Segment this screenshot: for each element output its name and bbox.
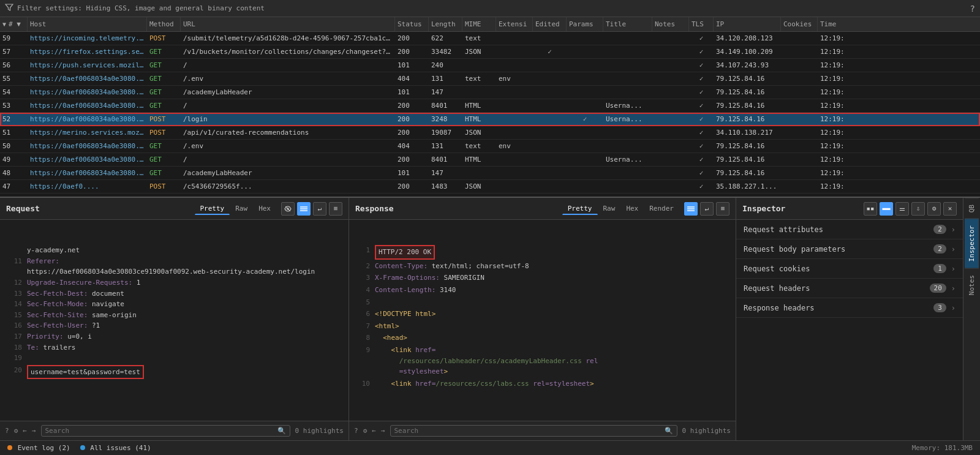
col-header-mime[interactable]: MIME [462, 17, 496, 31]
response-search-input[interactable] [394, 427, 662, 435]
inspector-item[interactable]: Request attributes 2 › [736, 220, 963, 239]
help-icon[interactable]: ? [970, 4, 975, 13]
inspector-down-icon[interactable]: ⇩ [911, 202, 925, 216]
inspector-item[interactable]: Response headers 3 › [736, 298, 963, 318]
response-format-icon[interactable] [684, 202, 698, 216]
inspector-item-label: Request cookies [744, 265, 810, 273]
inspector-item-right: 20 › [930, 284, 956, 293]
table-row[interactable]: 49 https://0aef0068034a0e3080... GET / 2… [0, 153, 980, 167]
inspector-header: Inspector ▪▪ ▬▬ ⚌ ⇩ ⚙ ✕ [736, 198, 963, 220]
col-header-length[interactable]: Length [429, 17, 462, 31]
tab-request-hex[interactable]: Hex [253, 203, 276, 214]
table-row[interactable]: 57 https://firefox.settings.servic... GE… [0, 45, 980, 59]
cell-tls: ✓ [689, 142, 714, 150]
response-search-icon: 🔍 [665, 427, 673, 435]
col-header-tls[interactable]: TLS [689, 17, 714, 31]
request-line: https://0aef0068034a0e30803ce91900af0092… [6, 266, 342, 277]
event-log[interactable]: Event log (2) [7, 444, 70, 452]
side-tab-notes[interactable]: Notes [965, 268, 979, 301]
inspector-item-right: 3 › [933, 303, 956, 312]
table-row[interactable]: 48 https://0aef0068034a0e3080... GET /ac… [0, 167, 980, 180]
tab-response-raw[interactable]: Raw [598, 203, 621, 214]
cell-method: GET [147, 169, 181, 177]
response-forward-icon[interactable]: → [381, 427, 385, 435]
response-wrap-icon[interactable]: ↵ [700, 202, 714, 216]
request-help-icon[interactable]: ? [5, 427, 9, 435]
col-header-ip[interactable]: IP [714, 17, 781, 31]
cell-method: POST [147, 115, 181, 123]
response-search-box: 🔍 [390, 425, 677, 437]
cell-length: 147 [429, 88, 462, 96]
side-tab-inspector[interactable]: Inspector [965, 219, 979, 268]
table-row[interactable]: 50 https://0aef0068034a0e3080... GET /.e… [0, 140, 980, 153]
col-header-edited[interactable]: Edited [533, 17, 567, 31]
request-search-input[interactable] [45, 427, 275, 435]
inspector-eq-icon[interactable]: ⚌ [895, 202, 909, 216]
chevron-icon: › [951, 245, 956, 254]
tab-response-hex[interactable]: Hex [620, 203, 644, 214]
request-forward-icon[interactable]: → [32, 427, 36, 435]
col-header-status[interactable]: Status [395, 17, 429, 31]
status-bar: Event log (2) All issues (41) Memory: 18… [0, 440, 980, 455]
col-header-method[interactable]: Method [147, 17, 181, 31]
inspector-layout2-icon[interactable]: ▬▬ [880, 202, 893, 216]
cell-tls: ✓ [689, 34, 714, 42]
cell-ip: 34.107.243.93 [714, 61, 781, 69]
cell-num: 52 [0, 115, 28, 123]
table-row[interactable]: 54 https://0aef0068034a0e3080... GET /ac… [0, 86, 980, 99]
request-eye-icon[interactable] [281, 202, 295, 216]
table-row[interactable]: 59 https://incoming.telemetry.... POST /… [0, 32, 980, 45]
col-header-time[interactable]: Time [818, 17, 848, 31]
table-row[interactable]: 47 https://0aef0.... POST /c54366729565f… [0, 180, 980, 194]
col-header-ext[interactable]: Extensi [496, 17, 533, 31]
col-header-url[interactable]: URL [181, 17, 395, 31]
cell-num: 48 [0, 169, 28, 177]
tab-request-pretty[interactable]: Pretty [195, 203, 230, 215]
response-menu-icon[interactable]: ≡ [716, 202, 729, 216]
request-wrap-icon[interactable]: ↵ [313, 202, 326, 216]
inspector-close-icon[interactable]: ✕ [943, 202, 957, 216]
cell-tls: ✓ [689, 48, 714, 56]
cell-mime: JSON [462, 182, 496, 190]
tab-response-pretty[interactable]: Pretty [562, 203, 598, 215]
request-format-icon[interactable] [297, 202, 311, 216]
col-header-host[interactable]: Host [28, 17, 147, 31]
inspector-item[interactable]: Request headers 20 › [736, 279, 963, 298]
inspector-layout1-icon[interactable]: ▪▪ [864, 202, 877, 216]
all-issues[interactable]: All issues (41) [80, 444, 151, 452]
table-row[interactable]: 52 https://0aef0068034a0e3080... POST /l… [0, 113, 980, 126]
cell-length: 131 [429, 142, 462, 150]
inspector-item-badge: 2 [933, 225, 946, 234]
table-row[interactable]: 55 https://0aef0068034a0e3080... GET /.e… [0, 72, 980, 86]
tab-response-render[interactable]: Render [644, 203, 679, 214]
inspector-item[interactable]: Request body parameters 2 › [736, 239, 963, 259]
col-header-params[interactable]: Params [567, 17, 603, 31]
col-header-cookies[interactable]: Cookies [781, 17, 818, 31]
request-settings-icon[interactable]: ⚙ [14, 427, 18, 435]
col-header-num[interactable]: ▼# ▼ [0, 17, 28, 31]
inspector-item[interactable]: Request cookies 1 › [736, 259, 963, 279]
response-settings-icon[interactable]: ⚙ [363, 427, 368, 435]
response-help-icon[interactable]: ? [354, 427, 358, 435]
request-back-icon[interactable]: ← [23, 427, 27, 435]
cell-url: /academyLabHeader [181, 88, 395, 96]
inspector-settings-icon[interactable]: ⚙ [927, 202, 941, 216]
table-row[interactable]: 56 https://push.services.mozilla... GET … [0, 59, 980, 72]
cell-length: 131 [429, 75, 462, 83]
col-header-notes[interactable]: Notes [652, 17, 689, 31]
inspector-item-label: Request body parameters [744, 245, 845, 254]
table-row[interactable]: 51 https://merino.services.mozi... POST … [0, 126, 980, 140]
cell-tls: ✓ [689, 75, 714, 83]
tab-request-raw[interactable]: Raw [230, 203, 253, 214]
side-tab-qb[interactable]: QB [965, 198, 979, 219]
request-menu-icon[interactable]: ≡ [329, 202, 342, 216]
table-row[interactable]: 53 https://0aef0068034a0e3080... GET / 2… [0, 99, 980, 113]
cell-url: /v1/buckets/monitor/collections/changes/… [181, 48, 395, 56]
cell-ip: 79.125.84.16 [714, 169, 781, 177]
cell-num: 54 [0, 88, 28, 96]
cell-ip: 79.125.84.16 [714, 102, 781, 110]
col-header-title[interactable]: Title [603, 17, 652, 31]
cell-host: https://0aef0068034a0e3080... [28, 102, 147, 110]
cell-status: 404 [395, 75, 429, 83]
response-back-icon[interactable]: ← [372, 427, 376, 435]
